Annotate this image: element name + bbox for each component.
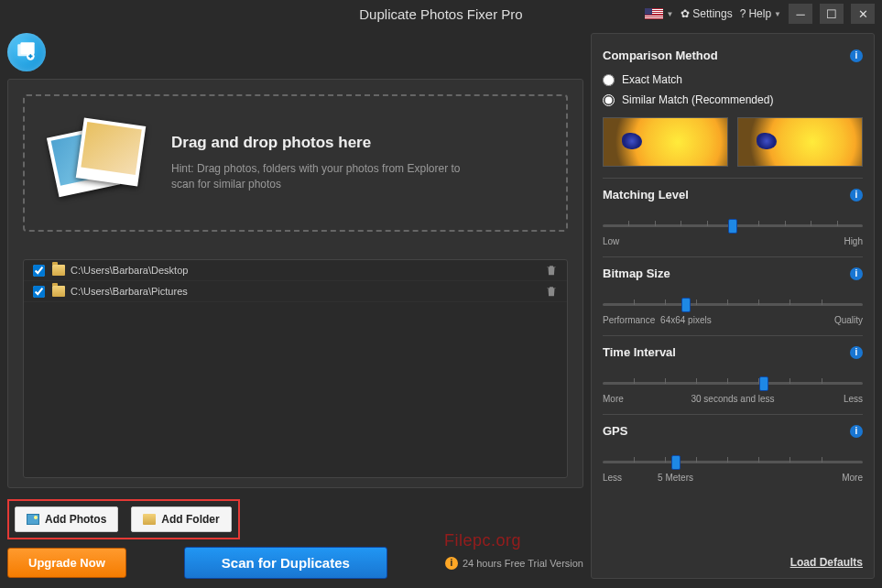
slider-right-label: More [842,473,863,483]
language-selector[interactable]: ▼ [645,8,673,19]
path-row: C:\Users\Barbara\Pictures [24,281,567,302]
slider-left-label: More [603,394,624,404]
path-checkbox[interactable] [33,265,45,277]
comparison-heading: Comparison Method [603,49,718,62]
slider-left-label: Less [603,473,622,483]
slider-left-label: Low [603,236,619,246]
help-link[interactable]: ? Help ▼ [740,7,781,20]
trial-status: i 24 hours Free Trial Version [445,557,583,570]
slider-handle[interactable] [728,219,737,234]
bitmap-size-heading: Bitmap Size [603,267,670,280]
slider-handle[interactable] [759,376,768,391]
info-icon[interactable]: i [850,346,863,359]
close-button[interactable]: ✕ [851,4,875,24]
add-photos-label: Add Photos [45,513,106,526]
gps-heading: GPS [603,424,627,438]
help-icon: ? [740,7,746,20]
help-label: Help [748,7,771,20]
slider-right-label: Quality [834,315,863,325]
exact-match-label: Exact Match [622,73,682,86]
path-text: C:\Users\Barbara\Pictures [71,286,545,297]
scan-button[interactable]: Scan for Duplicates [184,547,387,579]
slider-value-label: 64x64 pixels [660,315,712,325]
app-title: Duplicate Photos Fixer Pro [359,6,522,22]
info-icon[interactable]: i [850,49,863,62]
add-photos-button[interactable]: Add Photos [15,506,118,532]
bitmap-size-slider[interactable]: Performance 64x64 pixels Quality [603,289,863,328]
info-icon[interactable]: i [850,425,863,438]
slider-handle[interactable] [671,455,681,470]
time-interval-slider[interactable]: More 30 seconds and less Less [603,368,863,407]
folder-icon [143,514,156,525]
main-panel: Drag and drop photos here Hint: Drag pho… [7,79,583,488]
add-folder-button[interactable]: Add Folder [131,506,231,532]
comparison-thumbnail [737,117,863,167]
app-logo-icon [7,33,46,71]
dropzone-heading: Drag and drop photos here [171,134,483,152]
maximize-button[interactable]: ☐ [820,4,844,24]
titlebar: Duplicate Photos Fixer Pro ▼ ✿ Settings … [0,0,882,27]
chevron-down-icon: ▼ [666,10,673,18]
comparison-thumbnail [603,117,728,167]
slider-value-label: 30 seconds and less [691,394,774,404]
settings-label: Settings [692,7,732,20]
trash-icon[interactable] [545,264,558,277]
chevron-down-icon: ▼ [774,10,781,18]
exact-match-radio[interactable]: Exact Match [603,73,863,86]
slider-right-label: High [844,236,863,246]
matching-level-heading: Matching Level [603,188,689,201]
path-row: C:\Users\Barbara\Desktop [24,260,567,281]
path-text: C:\Users\Barbara\Desktop [71,265,545,276]
gps-slider[interactable]: Less 5 Meters More [603,447,863,485]
dropzone-hint: Hint: Drag photos, folders with your pho… [171,161,483,192]
slider-left-label: Performance [603,315,655,325]
slider-right-label: Less [844,394,863,404]
info-icon[interactable]: i [850,189,863,201]
slider-handle[interactable] [681,298,691,312]
svg-rect-1 [21,42,35,54]
info-icon[interactable]: i [850,267,863,280]
path-list: C:\Users\Barbara\Desktop C:\Users\Barbar… [23,259,568,478]
dropzone[interactable]: Drag and drop photos here Hint: Drag pho… [23,94,568,232]
time-interval-heading: Time Interval [603,345,676,359]
minimize-button[interactable]: ─ [789,4,812,24]
slider-value-label: 5 Meters [658,473,693,483]
dropzone-image-icon [43,113,153,213]
add-buttons-highlight: Add Photos Add Folder [7,499,240,539]
settings-link[interactable]: ✿ Settings [681,7,732,20]
matching-level-slider[interactable]: Low High [603,211,863,249]
settings-sidebar: Comparison Method i Exact Match Similar … [591,33,875,579]
add-folder-label: Add Folder [161,513,219,526]
folder-icon [52,265,65,276]
info-icon: i [445,557,458,570]
path-checkbox[interactable] [33,286,45,298]
load-defaults-link[interactable]: Load Defaults [790,556,863,569]
photo-icon [27,514,39,525]
similar-match-radio[interactable]: Similar Match (Recommended) [603,93,863,106]
similar-match-label: Similar Match (Recommended) [622,93,773,106]
gear-icon: ✿ [681,7,690,20]
trash-icon[interactable] [545,285,558,298]
flag-icon [645,8,663,19]
trial-label: 24 hours Free Trial Version [463,558,583,569]
upgrade-button[interactable]: Upgrade Now [7,548,126,578]
folder-icon [52,286,65,297]
